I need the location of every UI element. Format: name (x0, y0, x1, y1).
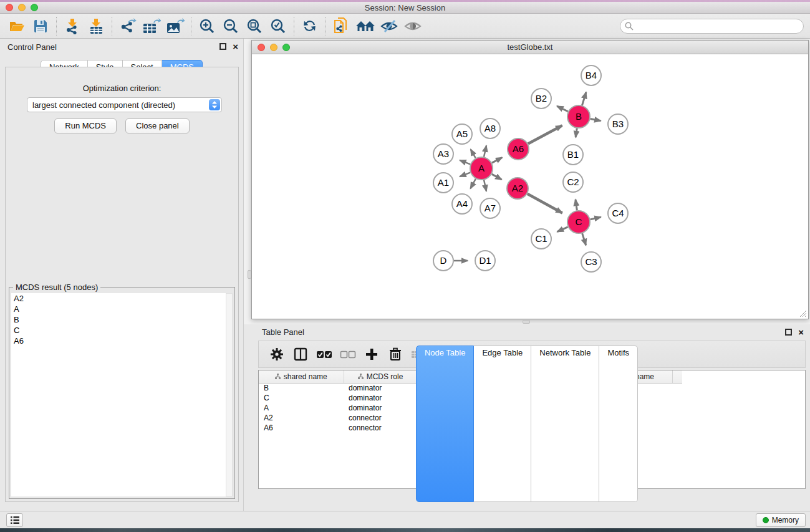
edge-B-B2[interactable] (557, 106, 568, 112)
toolbar-separator (325, 17, 326, 36)
memory-button[interactable]: Memory (756, 513, 806, 527)
save-icon[interactable] (29, 16, 52, 37)
dropdown-arrows-icon (209, 99, 220, 110)
result-item[interactable]: A (11, 304, 226, 314)
toolbar-separator (294, 17, 294, 36)
mcds-result-list[interactable]: A2ABCA6 (11, 293, 226, 496)
result-item[interactable]: A6 (11, 336, 226, 346)
show-all-icon[interactable] (401, 16, 425, 37)
node-label-A3: A3 (438, 148, 449, 159)
node-label-C2: C2 (567, 177, 579, 187)
node-label-B3: B3 (612, 118, 624, 129)
edge-A-A7[interactable] (484, 180, 486, 191)
node-label-C4: C4 (612, 208, 624, 218)
node-label-A4: A4 (456, 198, 468, 209)
node-label-A: A (478, 163, 485, 173)
memory-label: Memory (772, 516, 799, 525)
edge-A-A5[interactable] (471, 149, 476, 158)
edge-A-A4[interactable] (470, 179, 476, 189)
node-label-B1: B1 (567, 149, 579, 160)
table-panel: Table Panel × (244, 324, 810, 506)
result-item[interactable]: A2 (11, 293, 226, 304)
home-icon[interactable] (354, 16, 377, 37)
edge-C-C2[interactable] (576, 200, 577, 210)
close-table-panel-icon[interactable]: × (798, 329, 804, 336)
hide-selected-icon[interactable] (377, 16, 401, 37)
control-panel: Control Panel × NetworkStyleSelectMCDS O… (0, 39, 244, 511)
node-label-C: C (576, 216, 582, 227)
edge-A6-B[interactable] (528, 125, 562, 143)
refresh-icon[interactable] (298, 16, 322, 37)
edge-B-B3[interactable] (591, 119, 601, 121)
app-titlebar: Session: New Session (0, 2, 810, 14)
node-label-A6: A6 (513, 143, 524, 154)
edge-A-A1[interactable] (460, 173, 470, 177)
network-view-window: testGlobe.txt B4B2BB3A8A5A6A3B1AA1C2A2A4… (251, 40, 809, 319)
network-window-title: testGlobe.txt (252, 42, 808, 52)
export-image-icon[interactable] (163, 16, 187, 37)
criterion-dropdown[interactable]: largest connected component (directed) (27, 97, 222, 112)
node-label-D1: D1 (479, 255, 491, 266)
float-table-panel-icon[interactable] (785, 329, 792, 336)
zoom-fit-icon[interactable] (243, 16, 266, 37)
edge-A-A8[interactable] (484, 145, 486, 157)
tab-node-table[interactable]: Node Table (416, 346, 475, 502)
float-panel-icon[interactable] (219, 43, 226, 50)
node-label-C3: C3 (585, 256, 597, 267)
tab-motifs[interactable]: Motifs (599, 346, 638, 502)
task-history-button[interactable] (6, 513, 23, 527)
export-network-icon[interactable] (116, 16, 140, 37)
edge-B-B4[interactable] (582, 92, 586, 105)
zoom-in-icon[interactable] (195, 16, 219, 37)
import-network-icon[interactable] (60, 16, 84, 37)
table-panel-title: Table Panel (262, 327, 304, 337)
node-label-A7: A7 (485, 203, 496, 213)
network-canvas[interactable]: B4B2BB3A8A5A6A3B1AA1C2A2A4A7C4CC1DD1C3 (253, 55, 808, 318)
criterion-value: largest connected component (directed) (27, 100, 209, 110)
edge-C-C3[interactable] (582, 233, 586, 245)
memory-status-icon (763, 517, 769, 523)
status-bar: Memory (0, 511, 810, 528)
node-label-C1: C1 (535, 233, 547, 244)
toolbar-separator (191, 17, 191, 36)
run-mcds-button[interactable]: Run MCDS (54, 118, 117, 133)
edge-A2-C[interactable] (528, 194, 562, 213)
app-title: Session: New Session (0, 3, 810, 12)
search-box (620, 19, 804, 34)
list-icon (11, 516, 19, 524)
export-table-icon[interactable] (140, 16, 163, 37)
edge-B-B1[interactable] (576, 128, 577, 138)
network-window-titlebar[interactable]: testGlobe.txt (252, 41, 808, 54)
open-folder-icon[interactable] (5, 16, 29, 37)
desktop-horizontal-scroll-thumb[interactable] (523, 320, 530, 324)
edge-A-A2[interactable] (492, 174, 502, 180)
result-scrollbar[interactable] (226, 293, 233, 496)
node-label-B: B (576, 111, 582, 122)
desktop-edge-bottom (0, 528, 810, 532)
node-label-A8: A8 (485, 123, 496, 133)
close-panel-button[interactable]: Close panel (125, 118, 190, 133)
tab-edge-table[interactable]: Edge Table (474, 346, 531, 502)
node-label-D: D (440, 255, 447, 266)
node-label-B4: B4 (586, 70, 597, 80)
optimization-criterion-label: Optimization criterion: (6, 84, 238, 93)
edge-A-A6[interactable] (492, 157, 503, 163)
search-input[interactable] (620, 19, 804, 34)
node-label-A5: A5 (456, 128, 468, 139)
edge-A-A3[interactable] (460, 160, 470, 164)
zoom-selected-icon[interactable] (266, 16, 290, 37)
edge-C-C1[interactable] (557, 227, 568, 232)
tab-network-table[interactable]: Network Table (531, 346, 599, 502)
clone-network-icon[interactable] (330, 16, 354, 37)
close-panel-icon[interactable]: × (233, 43, 238, 50)
result-item[interactable]: C (11, 325, 226, 336)
edge-C-C4[interactable] (591, 217, 601, 220)
mcds-result-box: MCDS result (5 nodes) A2ABCA6 (9, 287, 235, 499)
result-item[interactable]: B (11, 314, 226, 325)
network-desktop-pane: testGlobe.txt B4B2BB3A8A5A6A3B1AA1C2A2A4… (244, 39, 810, 324)
desktop-vertical-scroll-thumb[interactable] (248, 270, 251, 279)
zoom-out-icon[interactable] (219, 16, 243, 37)
window-resize-grip[interactable] (798, 309, 807, 317)
import-table-icon[interactable] (84, 16, 108, 37)
mcds-result-title: MCDS result (5 nodes) (13, 283, 100, 292)
